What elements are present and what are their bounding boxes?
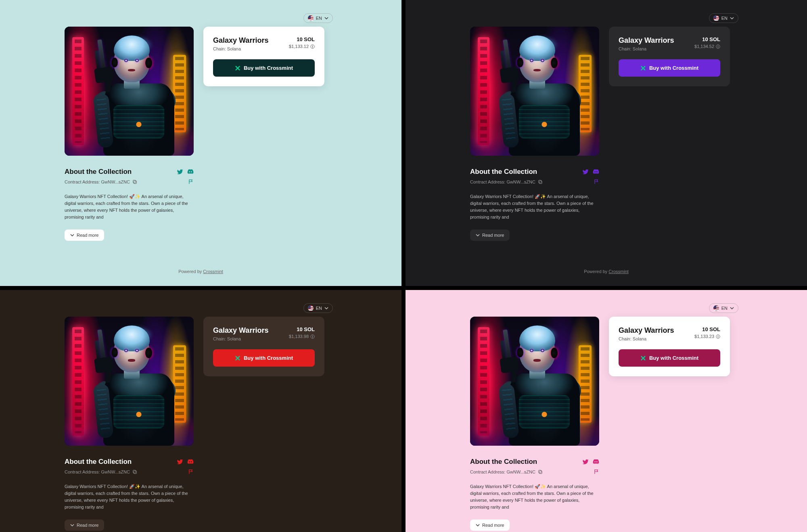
svg-rect-4 — [539, 181, 542, 184]
twitter-icon[interactable] — [177, 169, 183, 175]
powered-by-footer: Powered by Crossmint — [65, 269, 337, 274]
nft-image — [65, 27, 194, 156]
chevron-down-icon — [730, 306, 734, 310]
collection-description: Galaxy Warriors NFT Collection! 🚀✨ An ar… — [65, 483, 194, 511]
us-flag-icon — [713, 305, 719, 311]
svg-rect-11 — [539, 470, 541, 473]
info-icon[interactable] — [716, 44, 720, 49]
copy-icon[interactable] — [538, 469, 543, 474]
report-icon[interactable] — [188, 469, 194, 474]
twitter-icon[interactable] — [582, 169, 589, 175]
price-fiat: $1,133.12 — [289, 44, 315, 49]
copy-icon[interactable] — [538, 179, 543, 184]
purchase-card: Galaxy Warriors Chain: Solana 10 SOL $1,… — [609, 27, 730, 86]
read-more-button[interactable]: Read more — [65, 229, 104, 241]
copy-icon[interactable] — [132, 469, 137, 474]
chain-label: Chain: Solana — [213, 336, 268, 341]
nft-title: Galaxy Warriors — [213, 326, 268, 335]
language-code: EN — [316, 306, 322, 311]
about-section: About the Collection Contract Address: G… — [470, 168, 599, 241]
chevron-down-icon — [70, 523, 74, 527]
twitter-icon[interactable] — [582, 459, 589, 465]
buy-button[interactable]: Buy with Crossmint — [619, 59, 720, 77]
about-section: About the Collection Contract Address: G… — [470, 458, 599, 531]
svg-rect-8 — [133, 470, 136, 473]
svg-rect-7 — [134, 471, 136, 474]
info-icon[interactable] — [310, 334, 315, 339]
purchase-card: Galaxy Warriors Chain: Solana 10 SOL $1,… — [203, 317, 324, 376]
variant-dark-brown: EN Galaxy Warriors Chain: Solana 10 SOL … — [0, 290, 401, 532]
chevron-down-icon — [730, 16, 734, 20]
chain-label: Chain: Solana — [213, 46, 268, 51]
price-token: 10 SOL — [694, 326, 720, 332]
us-flag-icon — [308, 15, 314, 21]
discord-icon[interactable] — [593, 459, 599, 465]
collection-description: Galaxy Warriors NFT Collection! 🚀✨ An ar… — [470, 193, 599, 221]
language-code: EN — [721, 306, 728, 311]
us-flag-icon — [308, 305, 314, 311]
read-more-button[interactable]: Read more — [65, 519, 104, 531]
discord-icon[interactable] — [187, 459, 194, 465]
info-icon[interactable] — [716, 334, 720, 339]
about-heading: About the Collection — [65, 458, 194, 466]
copy-icon[interactable] — [132, 179, 137, 184]
variant-light-pink: EN Galaxy Warriors Chain: Solana 10 SOL … — [406, 290, 807, 532]
language-switcher[interactable]: EN — [709, 303, 738, 313]
svg-rect-2 — [133, 180, 136, 183]
report-icon[interactable] — [188, 179, 194, 184]
contract-address: Contract Address: GwNW...sZNC — [470, 469, 543, 474]
about-section: About the Collection Contract Address: G… — [65, 458, 194, 531]
buy-button[interactable]: Buy with Crossmint — [213, 59, 315, 77]
variant-dark-purple: EN Galaxy Warriors Chain: Solana 10 SOL … — [406, 0, 807, 286]
price-fiat: $1,133.98 — [289, 334, 315, 339]
price-token: 10 SOL — [289, 326, 315, 332]
price-fiat: $1,134.52 — [694, 44, 720, 49]
language-switcher[interactable]: EN — [303, 13, 333, 23]
powered-by-footer: Powered by Crossmint — [470, 269, 742, 274]
price-token: 10 SOL — [694, 36, 720, 42]
chevron-down-icon — [324, 306, 328, 310]
info-icon[interactable] — [310, 44, 315, 49]
crossmint-link[interactable]: Crossmint — [608, 269, 629, 274]
price-fiat: $1,133.23 — [694, 334, 720, 339]
about-heading: About the Collection — [470, 458, 599, 466]
nft-title: Galaxy Warriors — [619, 36, 674, 45]
read-more-button[interactable]: Read more — [470, 519, 510, 531]
svg-rect-1 — [134, 181, 136, 184]
chain-label: Chain: Solana — [619, 336, 674, 341]
report-icon[interactable] — [594, 469, 599, 474]
chevron-down-icon — [70, 233, 74, 237]
crossmint-link[interactable]: Crossmint — [203, 269, 223, 274]
about-heading: About the Collection — [470, 168, 599, 176]
discord-icon[interactable] — [187, 169, 194, 175]
contract-address: Contract Address: GwNW...sZNC — [470, 179, 543, 184]
chevron-down-icon — [324, 16, 328, 20]
nft-image — [65, 317, 194, 446]
contract-address: Contract Address: GwNW...sZNC — [65, 469, 137, 474]
discord-icon[interactable] — [593, 169, 599, 175]
about-section: About the Collection Contract Address: G… — [65, 168, 194, 241]
us-flag-icon — [713, 15, 719, 21]
crossmint-logo-icon — [640, 355, 646, 361]
price-token: 10 SOL — [289, 36, 315, 42]
nft-image — [470, 27, 599, 156]
nft-image — [470, 317, 599, 446]
nft-title: Galaxy Warriors — [213, 36, 268, 45]
read-more-button[interactable]: Read more — [470, 229, 510, 241]
collection-description: Galaxy Warriors NFT Collection! 🚀✨ An ar… — [470, 483, 599, 511]
variant-light-teal: EN Galaxy Warriors Chain: Solana 10 SOL … — [0, 0, 401, 286]
buy-button[interactable]: Buy with Crossmint — [619, 349, 720, 367]
twitter-icon[interactable] — [177, 459, 183, 465]
chevron-down-icon — [476, 523, 480, 527]
crossmint-logo-icon — [235, 65, 240, 71]
report-icon[interactable] — [594, 179, 599, 184]
collection-description: Galaxy Warriors NFT Collection! 🚀✨ An ar… — [65, 193, 194, 221]
purchase-card: Galaxy Warriors Chain: Solana 10 SOL $1,… — [203, 27, 324, 86]
crossmint-logo-icon — [235, 355, 240, 361]
chain-label: Chain: Solana — [619, 46, 674, 51]
svg-rect-5 — [539, 180, 541, 183]
buy-button[interactable]: Buy with Crossmint — [213, 349, 315, 367]
language-switcher[interactable]: EN — [709, 13, 738, 23]
language-switcher[interactable]: EN — [303, 303, 333, 313]
chevron-down-icon — [476, 233, 480, 237]
